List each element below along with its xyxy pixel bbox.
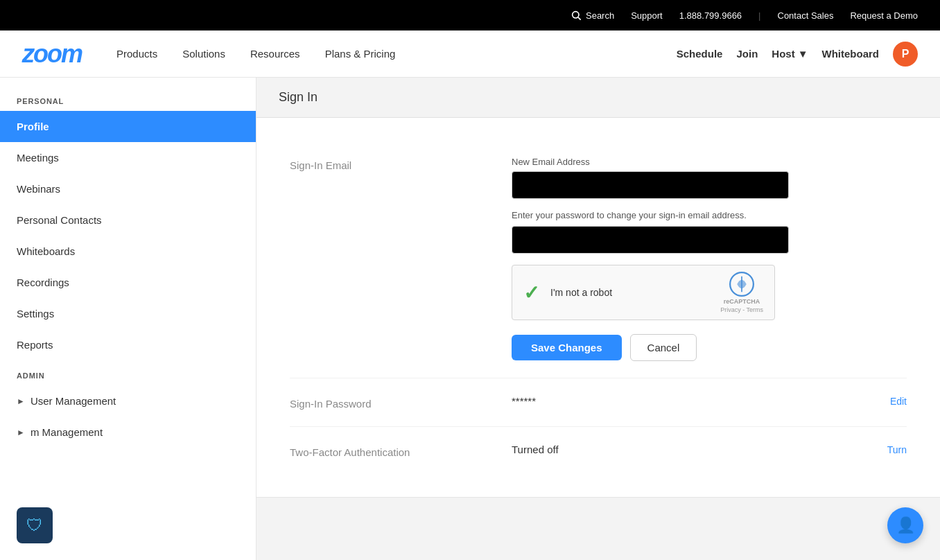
phone-number: 1.888.799.9666 — [679, 10, 742, 21]
sidebar-item-whiteboards[interactable]: Whiteboards — [0, 236, 256, 267]
two-factor-value: Turned off — [512, 444, 559, 455]
chat-icon: 👤 — [896, 516, 915, 534]
sign-in-email-label: Sign-In Email — [290, 157, 484, 171]
nav-products[interactable]: Products — [104, 48, 170, 60]
form-buttons: Save Changes Cancel — [512, 334, 907, 361]
password-value: ****** — [512, 395, 536, 407]
recaptcha-label: I'm not a robot — [550, 287, 709, 298]
main-layout: PERSONAL Profile Meetings Webinars Perso… — [0, 78, 940, 560]
sign-in-password-label: Sign-In Password — [290, 395, 484, 410]
two-factor-fields: Turned off Turn — [512, 444, 907, 455]
recaptcha-logo: reCAPTCHA Privacy - Terms — [720, 272, 763, 313]
chevron-down-icon: ▼ — [798, 48, 808, 60]
shield-badge[interactable]: 🛡 — [17, 507, 53, 543]
nav-whiteboard[interactable]: Whiteboard — [822, 48, 880, 60]
sidebar-item-recordings[interactable]: Recordings — [0, 267, 256, 298]
nav-right: Schedule Join Host ▼ Whiteboard P — [677, 42, 918, 67]
nav-solutions[interactable]: Solutions — [170, 48, 238, 60]
sidebar-item-user-management[interactable]: ► User Management — [0, 385, 256, 417]
zoom-logo[interactable]: zoom — [22, 40, 82, 69]
sidebar-item-settings[interactable]: Settings — [0, 298, 256, 329]
support-link[interactable]: Support — [631, 10, 663, 21]
recaptcha-box[interactable]: ✓ I'm not a robot reCAPTCHA Privacy - Te… — [512, 265, 775, 320]
nav-resources[interactable]: Resources — [238, 48, 313, 60]
save-changes-button[interactable]: Save Changes — [512, 335, 622, 360]
contact-sales-link[interactable]: Contact Sales — [778, 10, 834, 21]
search-button[interactable]: Search — [571, 10, 614, 21]
password-helper-text: Enter your password to change your sign-… — [512, 210, 858, 220]
content-area: Sign In Sign-In Email New Email Address … — [256, 78, 940, 560]
nav-bar: zoom Products Solutions Resources Plans … — [0, 30, 940, 78]
sign-in-password-fields: ****** Edit — [512, 395, 907, 407]
sidebar-item-webinars[interactable]: Webinars — [0, 173, 256, 204]
divider: | — [758, 10, 760, 21]
svg-line-1 — [578, 17, 581, 20]
recaptcha-links[interactable]: Privacy - Terms — [720, 306, 763, 313]
search-label: Search — [586, 10, 614, 21]
section-title: Sign In — [279, 90, 317, 104]
sign-in-email-row: Sign-In Email New Email Address Enter yo… — [290, 140, 907, 378]
sign-in-password-row: Sign-In Password ****** Edit — [290, 378, 907, 427]
recaptcha-brand: reCAPTCHA — [724, 298, 760, 305]
nav-join[interactable]: Join — [736, 48, 758, 60]
svg-point-0 — [573, 12, 579, 18]
sidebar-item-m-management[interactable]: ► m Management — [0, 417, 256, 448]
nav-plans-pricing[interactable]: Plans & Pricing — [313, 48, 408, 60]
sidebar: PERSONAL Profile Meetings Webinars Perso… — [0, 78, 256, 560]
nav-schedule[interactable]: Schedule — [677, 48, 723, 60]
two-factor-label: Two-Factor Authentication — [290, 444, 484, 458]
nav-links: Products Solutions Resources Plans & Pri… — [104, 48, 677, 60]
section-header: Sign In — [256, 78, 940, 118]
password-group — [512, 226, 907, 254]
edit-password-link[interactable]: Edit — [890, 396, 907, 407]
password-value-row: ****** Edit — [512, 395, 907, 407]
new-email-group: New Email Address — [512, 157, 907, 199]
arrow-icon-2: ► — [17, 428, 25, 437]
shield-icon: 🛡 — [26, 516, 43, 535]
sidebar-item-profile[interactable]: Profile — [0, 111, 256, 142]
turn-on-link[interactable]: Turn — [887, 444, 907, 455]
sidebar-admin-label: ADMIN — [0, 360, 256, 385]
top-bar: Search Support 1.888.799.9666 | Contact … — [0, 0, 940, 30]
sidebar-personal-label: PERSONAL — [0, 86, 256, 111]
sidebar-item-personal-contacts[interactable]: Personal Contacts — [0, 204, 256, 236]
sign-in-email-fields: New Email Address Enter your password to… — [512, 157, 907, 361]
form-section: Sign-In Email New Email Address Enter yo… — [256, 118, 940, 498]
sidebar-item-reports[interactable]: Reports — [0, 329, 256, 360]
cancel-button[interactable]: Cancel — [630, 334, 697, 361]
two-factor-row: Two-Factor Authentication Turned off Tur… — [290, 427, 907, 475]
recaptcha-checkmark: ✓ — [523, 281, 539, 304]
new-email-label: New Email Address — [512, 157, 907, 167]
request-demo-link[interactable]: Request a Demo — [850, 10, 918, 21]
search-icon — [571, 10, 582, 21]
password-input[interactable] — [512, 226, 789, 254]
sidebar-item-meetings[interactable]: Meetings — [0, 142, 256, 173]
arrow-icon: ► — [17, 396, 25, 406]
nav-host[interactable]: Host ▼ — [772, 48, 808, 60]
avatar[interactable]: P — [893, 42, 918, 67]
chat-button[interactable]: 👤 — [887, 507, 923, 543]
two-factor-value-row: Turned off Turn — [512, 444, 907, 455]
new-email-input[interactable] — [512, 171, 789, 199]
recaptcha-icon — [729, 272, 754, 297]
